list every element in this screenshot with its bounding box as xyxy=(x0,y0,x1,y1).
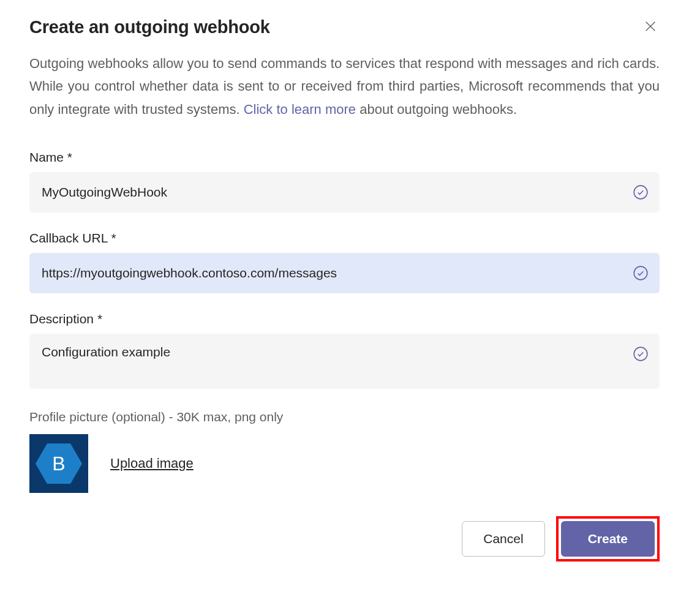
create-button[interactable]: Create xyxy=(561,521,655,557)
hexagon-icon: B xyxy=(36,443,82,484)
svg-point-3 xyxy=(634,266,647,280)
avatar-letter: B xyxy=(52,453,65,475)
profile-picture-label: Profile picture (optional) - 30K max, pn… xyxy=(29,410,660,424)
name-input[interactable] xyxy=(29,172,660,212)
dialog-title: Create an outgoing webhook xyxy=(29,17,270,37)
checkmark-circle-icon xyxy=(633,346,649,362)
description-label: Description * xyxy=(29,312,660,326)
description-input[interactable]: Configuration example xyxy=(29,334,660,389)
checkmark-circle-icon xyxy=(633,265,649,281)
dialog-description: Outgoing webhooks allow you to send comm… xyxy=(29,52,660,121)
svg-point-2 xyxy=(634,186,647,199)
description-text-post: about outgoing webhooks. xyxy=(356,102,517,117)
create-button-highlight: Create xyxy=(556,516,660,562)
upload-image-link[interactable]: Upload image xyxy=(110,456,194,471)
callback-url-input[interactable] xyxy=(29,253,660,293)
cancel-button[interactable]: Cancel xyxy=(462,521,544,557)
learn-more-link[interactable]: Click to learn more xyxy=(244,102,356,117)
avatar[interactable]: B xyxy=(29,434,88,493)
callback-url-label: Callback URL * xyxy=(29,231,660,246)
checkmark-circle-icon xyxy=(633,184,649,200)
name-label: Name * xyxy=(29,150,660,165)
close-icon xyxy=(644,26,657,35)
close-button[interactable] xyxy=(641,17,660,37)
svg-point-4 xyxy=(634,347,647,361)
